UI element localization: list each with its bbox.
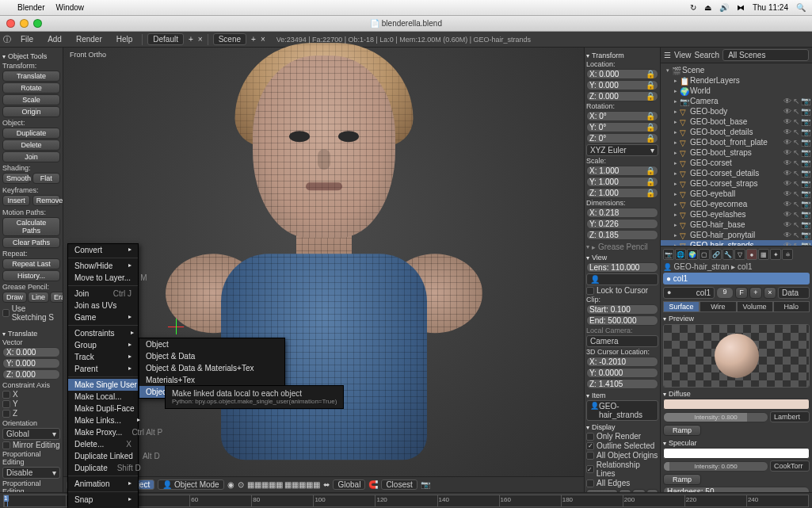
chk-rel[interactable]: ✓Relationship Lines — [586, 460, 658, 478]
eye-icon[interactable]: 👁 — [783, 148, 791, 157]
mat-datablock[interactable]: ● col1 — [663, 287, 715, 299]
mac-clock[interactable]: Thu 11:24 — [753, 3, 788, 12]
mat-add-icon[interactable]: + — [749, 287, 762, 299]
cur-x[interactable]: X: -0.2010 — [586, 357, 658, 367]
np-item[interactable]: Item — [586, 392, 658, 399]
eye-icon[interactable]: 👁 — [783, 220, 791, 229]
editor-type-icon[interactable]: ⓘ — [3, 34, 11, 45]
menu-item[interactable]: Snap — [68, 494, 138, 506]
render-icon[interactable]: 📷 — [801, 148, 810, 157]
menu-item[interactable]: Duplicate LinkedAlt D — [68, 450, 138, 462]
hardness[interactable]: Hardness: 50 — [663, 487, 810, 492]
shading-icon[interactable]: ◉ — [227, 480, 234, 489]
cur-y[interactable]: Y: 0.0000 — [586, 368, 658, 378]
pivot-icon[interactable]: ⊙ — [238, 480, 244, 489]
diffuse-intensity[interactable]: Intensity: 0.800 — [663, 412, 768, 422]
menu-item[interactable]: DuplicateShift D — [68, 462, 138, 474]
tab-wire[interactable]: Wire — [700, 301, 736, 312]
outliner-item[interactable]: ▸▽GEO-corset_straps👁↖📷 — [661, 178, 812, 189]
tab-halo[interactable]: Halo — [773, 301, 810, 312]
eye-icon[interactable]: 👁 — [783, 169, 791, 178]
orientation-dd[interactable]: Global — [333, 479, 365, 490]
eject-icon[interactable]: ⏏ — [704, 3, 711, 12]
sync-icon[interactable]: ↻ — [690, 3, 696, 12]
viewport-3d[interactable]: Front Ortho ConvertShow/HideMove to Laye… — [63, 48, 584, 492]
manipulator-icon[interactable]: ⬌ — [323, 480, 330, 489]
local-cam[interactable]: Camera — [586, 335, 658, 347]
outliner-item[interactable]: ▸▽GEO-corset_details👁↖📷 — [661, 168, 812, 178]
menu-render[interactable]: Render — [71, 33, 107, 45]
outliner-item[interactable]: ▸🌍World — [661, 86, 812, 96]
select-icon[interactable]: ↖ — [793, 107, 799, 116]
eye-icon[interactable]: 👁 — [783, 210, 791, 219]
render-icon[interactable]: 📷 — [801, 220, 810, 229]
rot-x[interactable]: X: 0°🔒 — [586, 111, 658, 121]
outliner-item[interactable]: ▸▽GEO-boot_straps👁↖📷 — [661, 147, 812, 158]
menu-item[interactable]: Delete...X — [68, 438, 138, 450]
clip-start[interactable]: Start: 0.100 — [586, 304, 658, 315]
vec-z[interactable]: Z: 0.000 — [2, 369, 60, 380]
wifi-icon[interactable]: ⧓ — [737, 3, 745, 12]
mode-selector[interactable]: 👤 Object Mode — [158, 479, 223, 490]
mat-del-icon[interactable]: × — [764, 287, 776, 299]
specular-color[interactable] — [663, 448, 810, 459]
spec-intensity[interactable]: Intensity: 0.050 — [663, 461, 768, 472]
select-icon[interactable]: ↖ — [793, 210, 799, 219]
select-icon[interactable]: ↖ — [793, 220, 799, 229]
dim-x[interactable]: X: 0.218 — [586, 208, 658, 218]
select-icon[interactable]: ↖ — [793, 148, 799, 157]
ol-view[interactable]: View — [674, 51, 692, 59]
diffuse-ramp[interactable]: Ramp — [663, 425, 701, 436]
chk-outline[interactable]: ✓Outline Selected — [586, 441, 658, 450]
layout-add-icon[interactable]: + — [189, 35, 193, 44]
render-icon[interactable]: 📷 — [801, 231, 810, 239]
select-icon[interactable]: ↖ — [793, 169, 799, 178]
snap-mode[interactable]: Closest — [381, 479, 417, 490]
menu-item[interactable]: Make Single User — [68, 379, 138, 391]
btn-gp-erase[interactable]: Erase — [50, 292, 63, 303]
menu-item[interactable]: JoinCtrl J — [68, 288, 138, 300]
eye-icon[interactable]: 👁 — [783, 138, 791, 147]
chk-cz[interactable]: Z — [2, 409, 60, 418]
loc-y[interactable]: Y: 0.000🔒 — [586, 80, 658, 90]
render-icon[interactable]: 📷 — [801, 128, 810, 136]
select-icon[interactable]: ↖ — [793, 117, 799, 126]
eye-icon[interactable]: 👁 — [783, 189, 791, 198]
editor-type-icon[interactable]: ☰ — [664, 51, 671, 59]
menu-item[interactable]: Parent — [68, 363, 138, 375]
menu-item[interactable]: Group — [68, 339, 138, 351]
ol-filter[interactable]: All Scenes — [722, 49, 809, 61]
menu-item[interactable]: Join as UVs — [68, 300, 138, 311]
btn-clear-paths[interactable]: Clear Paths — [2, 237, 60, 248]
outliner-item[interactable]: ▸▽GEO-eyecornea👁↖📷 — [661, 199, 812, 209]
select-icon[interactable]: ↖ — [793, 97, 799, 105]
dim-y[interactable]: Y: 0.226 — [586, 219, 658, 229]
mac-window-menu[interactable]: Window — [55, 3, 84, 12]
screen-layout[interactable]: Default — [147, 33, 184, 45]
menu-file[interactable]: File — [16, 33, 38, 45]
btn-calc-paths[interactable]: Calculate Paths — [2, 217, 60, 236]
btn-gp-draw[interactable]: Draw — [2, 292, 27, 303]
select-icon[interactable]: ↖ — [793, 138, 799, 147]
tab-surface[interactable]: Surface — [663, 301, 700, 312]
props-tabs[interactable]: 📷 🌐 🌍 ▢ 🔗 🔧 ▽ ● ▦ ✦ ⚛ — [663, 249, 810, 260]
zoom-icon[interactable] — [33, 19, 42, 28]
menu-item[interactable]: Object & Data — [139, 350, 284, 362]
menu-item[interactable]: Make Local... — [68, 391, 138, 403]
menu-item[interactable]: Animation — [68, 478, 138, 490]
tab-render[interactable]: 📷 — [663, 249, 674, 260]
rotmode[interactable]: XYZ Euler▾ — [586, 144, 658, 156]
eye-icon[interactable]: 👁 — [783, 97, 791, 105]
btn-insert-key[interactable]: Insert — [2, 195, 30, 206]
outliner-tree[interactable]: ▾🎬Scene▸📋RenderLayers▸🌍World▸📷Camera👁↖📷▸… — [661, 63, 812, 246]
diffuse-color[interactable] — [663, 399, 810, 410]
outliner-item[interactable]: ▸▽GEO-hair_base👁↖📷 — [661, 220, 812, 230]
mat-link[interactable]: Data — [778, 287, 810, 299]
menu-item[interactable]: Constraints — [68, 327, 138, 339]
panel-diffuse[interactable]: Diffuse — [663, 390, 810, 398]
select-icon[interactable]: ↖ — [793, 159, 799, 167]
btn-rotate[interactable]: Rotate — [2, 82, 60, 94]
mat-users[interactable]: 9 — [716, 287, 734, 299]
vec-y[interactable]: Y: 0.000 — [2, 358, 60, 369]
eye-icon[interactable]: 👁 — [783, 117, 791, 126]
